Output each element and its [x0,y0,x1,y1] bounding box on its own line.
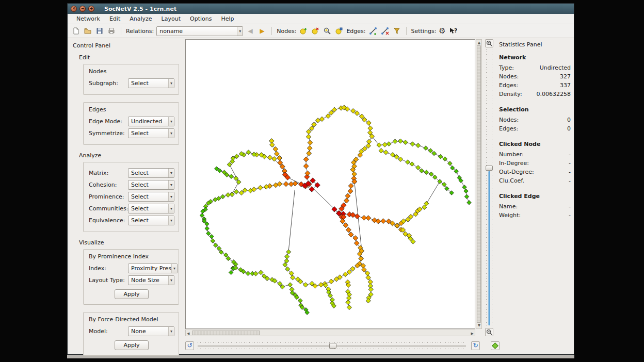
find-node-icon[interactable] [323,26,332,36]
control-row: Prominence: Select ▾ [89,192,174,202]
node-properties-icon[interactable] [334,26,344,36]
zoom-in-button[interactable] [485,39,493,47]
title-bar[interactable]: ✕ − + SocNetV 2.5 - 1crn.net [68,4,574,14]
edges-group-title: Edges [89,106,174,113]
remove-edge-icon[interactable] [380,26,390,36]
nodes-group-rows: Subgraph: Select ▾ [89,78,174,88]
nodes-group-title: Nodes [89,68,174,75]
menu-item[interactable]: Analyze [125,14,156,23]
chevron-down-icon[interactable]: ▾ [171,264,177,273]
toolbar-separator [406,27,407,35]
settings-gear-icon[interactable]: ⚙ [439,27,445,35]
chevron-down-icon[interactable]: ▾ [168,192,174,201]
chevron-down-icon[interactable]: ▾ [168,117,174,126]
rotation-slider-handle[interactable] [329,343,336,349]
combo-value: Select [131,80,168,87]
stat-row: Out-Degree: - [499,169,571,175]
network-stats-rows: Type: Undirected Nodes: 327 Edges: [499,64,571,97]
chevron-down-icon[interactable]: ▾ [168,216,174,225]
stat-value: 327 [560,73,571,80]
field-label: Symmetrize: [89,130,128,137]
menu-item[interactable]: Options [185,14,216,23]
menu-item[interactable]: Layout [157,14,185,23]
combo-box[interactable]: Node Size ▾ [128,275,174,285]
force-group-title: By Force-Directed Model [89,316,174,323]
zoom-column [484,39,494,336]
section-title: Clicked Node [499,141,571,147]
stat-label: Clu.Coef. [499,177,524,184]
menu-item[interactable]: Edit [105,14,125,23]
minimize-button[interactable]: − [79,6,86,12]
menu-item[interactable]: Help [216,14,238,23]
analyze-groupbox: Matrix: Select ▾ Cohesion: Select [83,162,179,232]
stat-label: Name: [499,203,518,210]
combo-value: Proximity Pres [131,265,171,272]
menu-item[interactable]: Network [72,14,105,23]
scroll-down-icon[interactable]: ▼ [477,323,481,328]
stat-row: Nodes: 0 [499,117,571,123]
chevron-down-icon[interactable]: ▾ [168,169,174,177]
canvas-vertical-scrollbar[interactable]: ▲ ▼ [476,39,482,329]
combo-box[interactable]: Select ▾ [128,192,174,202]
chevron-down-icon[interactable]: ▾ [168,79,174,88]
combo-box[interactable]: Proximity Pres ▾ [128,264,178,273]
clicked-edge-rows: Name: - Weight: - [499,203,571,219]
scroll-right-icon[interactable]: ▶ [471,331,474,337]
context-help-icon[interactable]: ? [448,26,458,36]
combo-box[interactable]: Select ▾ [128,204,174,213]
combo-box[interactable]: Select ▾ [128,78,174,88]
combo-box[interactable]: Select ▾ [128,128,174,138]
canvas-horizontal-scrollbar[interactable]: ◀ ▶ [185,330,475,336]
chevron-down-icon[interactable]: ▾ [168,276,174,285]
control-row: Model: None ▾ [89,326,174,336]
add-edge-icon[interactable] [368,26,378,36]
network-graph[interactable] [186,40,475,328]
relations-combobox[interactable]: noname ▾ [156,26,243,36]
socnetv-window: ✕ − + SocNetV 2.5 - 1crn.net Network Edi… [67,3,574,355]
field-label: Model: [89,328,128,335]
save-icon[interactable] [95,26,104,36]
zoom-out-button[interactable] [485,328,493,336]
stat-value: - [569,212,571,219]
new-file-icon[interactable] [71,26,81,36]
settings-label: Settings: [411,28,437,35]
chevron-down-icon[interactable]: ▾ [237,27,243,36]
zoom-slider-handle[interactable] [486,166,493,171]
combo-box[interactable]: Select ▾ [128,180,174,190]
rotate-left-button[interactable]: ↺ [185,341,194,350]
maximize-button[interactable]: + [88,6,94,12]
toolbar-separator [121,27,121,35]
vertical-scroll-thumb[interactable] [477,45,481,323]
combo-box[interactable]: Select ▾ [128,168,174,178]
stat-row: Name: - [499,203,571,210]
stat-label: Nodes: [499,117,519,123]
stat-row: Edges: 337 [499,82,571,89]
horizontal-scroll-thumb[interactable] [192,331,260,335]
open-file-icon[interactable] [83,26,92,36]
remove-node-icon[interactable] [311,26,320,36]
scroll-left-icon[interactable]: ◀ [187,331,189,337]
zoom-slider[interactable] [485,49,493,326]
chevron-down-icon[interactable]: ▾ [168,180,174,189]
chevron-down-icon[interactable]: ▾ [168,129,174,138]
combo-box[interactable]: Select ▾ [128,216,174,225]
combo-value: Select [131,170,168,176]
desktop-background: ✕ − + SocNetV 2.5 - 1crn.net Network Edi… [0,0,644,362]
relations-icon-button[interactable] [491,341,500,350]
chevron-down-icon[interactable]: ▾ [168,327,174,336]
rotation-slider[interactable] [198,342,466,350]
print-icon[interactable] [107,26,116,36]
next-relation-button[interactable]: ▶ [257,27,267,35]
rotate-right-button[interactable]: ↻ [471,341,480,350]
filter-edges-icon[interactable] [392,26,401,36]
control-row: Cohesion: Select ▾ [89,180,174,190]
network-canvas[interactable] [185,39,475,329]
previous-relation-button[interactable]: ◀ [246,27,255,35]
apply-force-button[interactable]: Apply [115,340,148,350]
combo-box[interactable]: None ▾ [128,326,174,336]
close-button[interactable]: ✕ [71,6,77,12]
apply-prominence-button[interactable]: Apply [115,289,148,299]
chevron-down-icon[interactable]: ▾ [168,204,174,213]
combo-box[interactable]: Undirected ▾ [128,117,174,126]
add-node-icon[interactable] [299,26,308,36]
